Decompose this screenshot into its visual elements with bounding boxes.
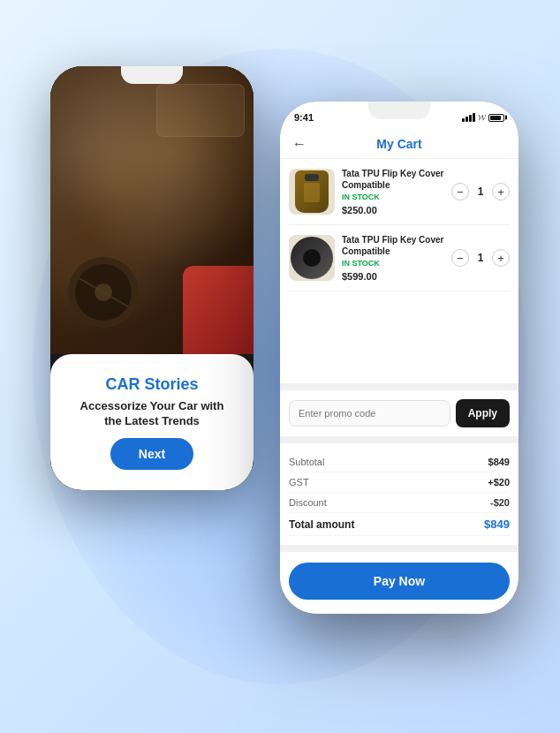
- cart-item: Tata TPU Flip Key Cover Compatible IN ST…: [289, 159, 510, 225]
- signal-icon: [462, 113, 475, 122]
- gst-value: +$20: [488, 477, 510, 487]
- discount-value: -$20: [490, 497, 510, 508]
- wifi-icon: 𝓦: [478, 113, 486, 123]
- apply-button[interactable]: Apply: [456, 399, 510, 427]
- car-interior-image: [50, 66, 254, 354]
- tagline: Accessorize Your Car withthe Latest Tren…: [80, 399, 224, 429]
- subtotal-row: Subtotal $849: [289, 452, 510, 472]
- item-details-1: Tata TPU Flip Key Cover Compatible IN ST…: [342, 168, 444, 215]
- order-summary: Subtotal $849 GST +$20 Discount -$20 Tot…: [280, 436, 518, 545]
- wheel-cover-icon: [291, 237, 333, 279]
- steering-wheel: [68, 257, 139, 328]
- screen-content: ← My Cart Tata TPU Flip Key Cover Compat…: [280, 130, 518, 614]
- brand-name: CAR Stories: [105, 375, 198, 394]
- qty-increase-1[interactable]: +: [492, 183, 510, 200]
- item-image-2: [289, 235, 335, 281]
- key-fob-icon: [295, 170, 329, 213]
- item-price-1: $250.00: [342, 205, 444, 215]
- back-phone-bottom: CAR Stories Accessorize Your Car withthe…: [50, 354, 254, 490]
- qty-decrease-2[interactable]: −: [451, 249, 469, 267]
- red-seat: [183, 266, 254, 354]
- next-button[interactable]: Next: [110, 438, 193, 470]
- qty-2: 1: [474, 252, 487, 264]
- cart-items-list: Tata TPU Flip Key Cover Compatible IN ST…: [280, 159, 518, 383]
- total-row: Total amount $849: [289, 513, 510, 536]
- gst-label: GST: [289, 477, 309, 487]
- discount-label: Discount: [289, 497, 327, 508]
- qty-control-1: − 1 +: [451, 183, 510, 200]
- promo-input-row: Apply: [289, 399, 510, 427]
- item-details-2: Tata TPU Flip Key Cover Compatible IN ST…: [342, 234, 444, 282]
- cart-header: ← My Cart: [280, 130, 518, 159]
- discount-row: Discount -$20: [289, 493, 510, 513]
- status-icons: 𝓦: [462, 113, 504, 123]
- item-name-2: Tata TPU Flip Key Cover Compatible: [342, 234, 444, 257]
- phone-back: CAR Stories Accessorize Your Car withthe…: [50, 66, 254, 490]
- total-value: $849: [484, 518, 510, 531]
- subtotal-label: Subtotal: [289, 457, 324, 467]
- cart-title: My Cart: [376, 137, 421, 151]
- pay-now-section: Pay Now: [280, 545, 518, 614]
- qty-increase-2[interactable]: +: [492, 249, 510, 267]
- qty-decrease-1[interactable]: −: [451, 183, 469, 200]
- pay-now-button[interactable]: Pay Now: [289, 563, 510, 600]
- qty-1: 1: [474, 185, 487, 198]
- qty-control-2: − 1 +: [451, 249, 510, 267]
- dashboard: [156, 84, 245, 137]
- phone-front: 9:41 𝓦 ←: [280, 102, 518, 614]
- status-time: 9:41: [294, 112, 314, 123]
- item-status-1: IN STOCK: [342, 193, 444, 201]
- promo-section: Apply: [280, 383, 518, 436]
- promo-input[interactable]: [289, 400, 450, 427]
- item-image-1: [289, 169, 335, 215]
- phones-container: CAR Stories Accessorize Your Car withthe…: [33, 31, 527, 702]
- total-label: Total amount: [289, 518, 354, 531]
- item-status-2: IN STOCK: [342, 259, 444, 268]
- back-button[interactable]: ←: [292, 136, 306, 152]
- cart-item-2: Tata TPU Flip Key Cover Compatible IN ST…: [289, 225, 510, 291]
- battery-icon: [488, 114, 504, 122]
- front-phone-notch: [368, 102, 430, 119]
- item-price-2: $599.00: [342, 271, 444, 282]
- back-phone-notch: [121, 66, 183, 84]
- subtotal-value: $849: [488, 457, 510, 467]
- gst-row: GST +$20: [289, 472, 510, 493]
- item-name-1: Tata TPU Flip Key Cover Compatible: [342, 168, 444, 191]
